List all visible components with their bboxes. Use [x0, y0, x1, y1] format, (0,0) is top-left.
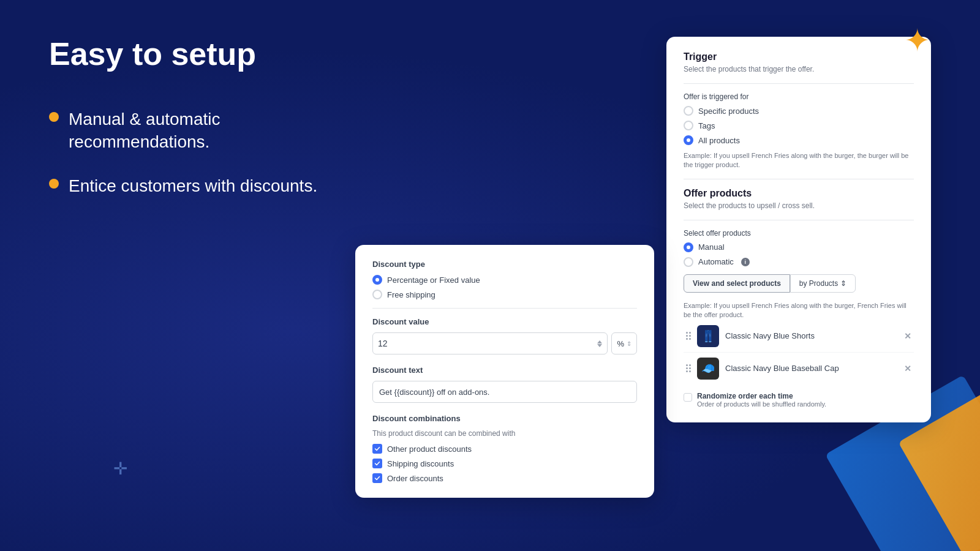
bullet-text-1: Manual & automatic recommendations.: [69, 108, 343, 153]
checkbox-other-label: Other product discounts: [387, 444, 472, 454]
spinner[interactable]: [597, 340, 602, 347]
product-name-2: Classic Navy Blue Baseball Cap: [725, 364, 898, 373]
discount-value-input[interactable]: 12: [372, 332, 608, 354]
offer-products-section: Offer products Select the products to up…: [684, 188, 914, 408]
cross-icon: ✛: [113, 460, 127, 478]
radio-specific-products[interactable]: Specific products: [684, 106, 914, 116]
trigger-radio-group: Specific products Tags All products: [684, 106, 914, 145]
product-item-1: 👖 Classic Navy Blue Shorts ✕: [684, 320, 914, 353]
radio-automatic-label: Automatic: [698, 257, 734, 266]
radio-perc-label: Percentage or Fixed value: [387, 276, 480, 285]
checkbox-shipping-label: Shipping discounts: [387, 459, 454, 468]
discount-value-display: 12: [378, 339, 597, 348]
divider: [684, 220, 914, 220]
product-thumb-2: 🧢: [697, 358, 719, 380]
divider: [684, 179, 914, 179]
radio-manual-circle: [684, 242, 693, 252]
radio-manual[interactable]: Manual: [684, 242, 914, 252]
trigger-section: Trigger Select the products that trigger…: [684, 51, 914, 170]
checkbox-other-box: [372, 444, 382, 454]
radio-automatic-circle: [684, 257, 693, 267]
bullet-dot: [49, 179, 59, 189]
checkbox-order-box: [372, 473, 382, 483]
discount-type-radio-group: Percentage or Fixed value Free shipping: [372, 275, 637, 299]
radio-shipping-label: Free shipping: [387, 290, 435, 299]
discount-text-label: Discount text: [372, 365, 637, 375]
trigger-title: Trigger: [684, 51, 914, 62]
product-item-2: 🧢 Classic Navy Blue Baseball Cap ✕: [684, 353, 914, 384]
checkbox-order[interactable]: Order discounts: [372, 473, 637, 483]
tab-by-products[interactable]: by Products ⇕: [790, 274, 856, 293]
offer-example-text: Example: If you upsell French Fries alon…: [684, 301, 914, 320]
unit-chevron: ⇕: [627, 340, 631, 347]
unit-select[interactable]: % ⇕: [611, 332, 637, 354]
radio-free-shipping[interactable]: Free shipping: [372, 290, 637, 299]
page-title: Easy to setup: [49, 37, 343, 72]
discount-text-input[interactable]: Get {{discount}} off on add-ons.: [372, 381, 637, 403]
offer-products-title: Offer products: [684, 188, 914, 199]
radio-tags-circle: [684, 121, 693, 130]
radio-all-circle: [684, 135, 693, 145]
unit-value: %: [617, 339, 624, 348]
spinner-up[interactable]: [597, 340, 602, 343]
tab-buttons: View and select products by Products ⇕: [684, 274, 914, 293]
bullet-text-2: Entice customers with discounts.: [69, 175, 317, 197]
checkbox-shipping-box: [372, 459, 382, 468]
radio-all-products[interactable]: All products: [684, 135, 914, 145]
radio-percentage-fixed[interactable]: Percentage or Fixed value: [372, 275, 637, 285]
radio-automatic[interactable]: Automatic i: [684, 257, 914, 267]
randomize-row: Randomize order each time Order of produ…: [684, 392, 914, 408]
left-panel: Easy to setup Manual & automatic recomme…: [49, 37, 343, 527]
discount-type-label: Discount type: [372, 260, 637, 269]
radio-tags[interactable]: Tags: [684, 121, 914, 130]
offer-triggered-label: Offer is triggered for: [684, 92, 914, 101]
checkbox-shipping[interactable]: Shipping discounts: [372, 459, 637, 468]
product-name-1: Classic Navy Blue Shorts: [725, 331, 898, 340]
randomize-checkbox[interactable]: [684, 393, 692, 402]
radio-specific-label: Specific products: [698, 107, 759, 116]
sparkle-icon: ✦: [904, 24, 931, 56]
drag-handle-1[interactable]: [686, 332, 691, 340]
divider: [372, 308, 637, 309]
randomize-subtitle: Order of products will be shuffled rando…: [697, 400, 826, 408]
close-product-1[interactable]: ✕: [904, 331, 911, 341]
spinner-down[interactable]: [597, 344, 602, 347]
radio-shipping-circle: [372, 290, 382, 299]
product-list: 👖 Classic Navy Blue Shorts ✕: [684, 320, 914, 384]
radio-all-label: All products: [698, 136, 740, 145]
discount-text-value: Get {{discount}} off on add-ons.: [379, 388, 489, 397]
info-icon: i: [741, 258, 750, 266]
discount-card: Discount type Percentage or Fixed value …: [355, 245, 654, 498]
close-product-2[interactable]: ✕: [904, 364, 911, 373]
select-offer-label: Select offer products: [684, 229, 914, 238]
bullet-list: Manual & automatic recommendations. Enti…: [49, 108, 343, 197]
trigger-card: Trigger Select the products that trigger…: [666, 37, 931, 422]
offer-products-subtitle: Select the products to upsell / cross se…: [684, 201, 914, 210]
discount-value-input-row: 12 % ⇕: [372, 332, 637, 354]
randomize-title: Randomize order each time: [697, 392, 826, 400]
discount-checkbox-group: Other product discounts Shipping discoun…: [372, 444, 637, 483]
divider: [684, 83, 914, 84]
trigger-example-text: Example: If you upsell French Fries alon…: [684, 151, 914, 170]
list-item: Entice customers with discounts.: [49, 175, 343, 197]
radio-perc-circle: [372, 275, 382, 285]
checkbox-other-product[interactable]: Other product discounts: [372, 444, 637, 454]
discount-combinations-subtitle: This product discount can be combined wi…: [372, 429, 637, 438]
radio-tags-label: Tags: [698, 121, 715, 130]
drag-handle-2[interactable]: [686, 364, 691, 372]
offer-radio-group: Manual Automatic i: [684, 242, 914, 267]
tab-view-select[interactable]: View and select products: [684, 274, 790, 293]
product-thumb-1: 👖: [697, 325, 719, 347]
radio-specific-circle: [684, 106, 693, 116]
right-panel: Trigger Select the products that trigger…: [343, 37, 931, 527]
discount-value-label: Discount value: [372, 317, 637, 326]
randomize-text: Randomize order each time Order of produ…: [697, 392, 826, 408]
list-item: Manual & automatic recommendations.: [49, 108, 343, 153]
checkbox-order-label: Order discounts: [387, 474, 443, 483]
trigger-subtitle: Select the products that trigger the off…: [684, 65, 914, 73]
radio-manual-label: Manual: [698, 242, 725, 252]
bullet-dot: [49, 112, 59, 122]
discount-combinations-label: Discount combinations: [372, 414, 637, 423]
